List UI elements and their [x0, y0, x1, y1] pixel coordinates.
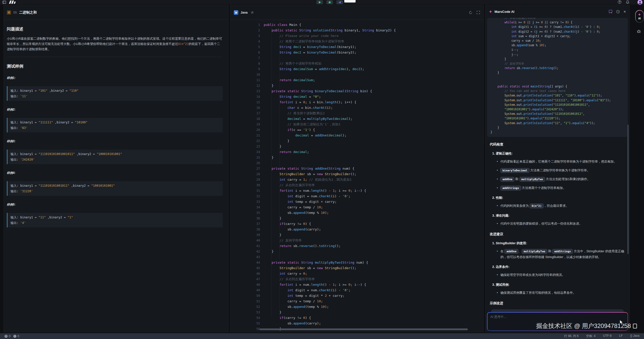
eol-setting[interactable]: LF — [619, 334, 623, 338]
debug-button[interactable] — [326, 0, 333, 4]
code-line[interactable]: 32 int digit = num.charAt(i) - '0'; — [230, 193, 483, 199]
language-switch-icon[interactable] — [251, 11, 254, 14]
reset-code-icon[interactable] — [469, 11, 472, 14]
sidebar-toggle-icon[interactable] — [3, 1, 6, 4]
code-line[interactable]: 18 decimal = multiplyByTwo(decimal); — [230, 116, 483, 122]
line-number: 22 — [230, 138, 260, 144]
code-line[interactable]: 7 — [230, 55, 483, 61]
ai-code-line: // 从右到左遍历字符串 — [490, 18, 624, 20]
code-line[interactable]: 25 } — [230, 155, 483, 160]
ai-assistant-pill[interactable]: AI — [635, 10, 644, 23]
code-line[interactable]: 44 private static String multiplyByTwo(S… — [230, 260, 483, 265]
problem-title: 二进制之和 — [19, 10, 37, 15]
submit-button[interactable] — [336, 0, 343, 4]
ai-bullet: •代码的时间复杂度为 O(n^2)，符合题目要求。 — [490, 203, 625, 209]
code-line[interactable]: 34 carry = temp / 10; — [230, 205, 483, 210]
code-line[interactable]: 11 return decimalSum; — [230, 77, 483, 83]
close-icon[interactable]: ✕ — [623, 10, 626, 14]
code-line[interactable]: 6 String dec2 = binaryToDecimal(binary2)… — [230, 50, 483, 55]
code-line[interactable]: 50 int temp = digit * 2 + carry; — [230, 293, 483, 299]
code-line[interactable]: 5 String dec1 = binaryToDecimal(binary1)… — [230, 44, 483, 50]
code-line[interactable]: 1public class Main { — [230, 22, 483, 28]
code-line[interactable]: 51 carry = temp / 10; — [230, 299, 483, 304]
code-line[interactable]: 31 for(int i = num.length() - 1; i >= 0;… — [230, 188, 483, 193]
line-number: 37 — [230, 221, 260, 227]
code-line[interactable]: 20 if(c == '1') { — [230, 127, 483, 133]
encoding[interactable]: UTF-8 — [603, 334, 612, 338]
code-line[interactable]: 42 } — [230, 249, 483, 254]
sample-label: 样例3: — [7, 139, 223, 143]
code-line[interactable]: 29 int carry = 1; // 初始进位为1，因为是加1 — [230, 177, 483, 182]
run-button[interactable] — [316, 0, 323, 4]
ai-code-line: System.out.println(solution("11101010100… — [490, 103, 624, 107]
ai-vertical-scrollbar[interactable] — [627, 125, 629, 254]
cursor-position[interactable]: 行 88, 列 6 — [564, 334, 579, 338]
code-line[interactable]: 19 // 如果当前二进制位为'1'，则加1 — [230, 122, 483, 127]
marscode-logo-icon[interactable] — [10, 1, 15, 4]
code-line[interactable]: 14 String decimal = "0"; — [230, 94, 483, 100]
debug-rail-icon[interactable] — [637, 29, 641, 33]
indent-setting[interactable]: 空格: 4 — [586, 334, 595, 338]
code-line[interactable]: 40 // 反转字符串 — [230, 238, 483, 243]
code-line[interactable]: 13 private static String binaryToDecimal… — [230, 88, 483, 94]
notifications-bell-icon[interactable] — [626, 0, 629, 4]
code-line[interactable]: 2 public static String solution(String b… — [230, 28, 483, 33]
code-line[interactable]: 3 // Please write your code here — [230, 33, 483, 39]
code-line[interactable]: 17 // 将当前十进制数乘以2 — [230, 111, 483, 116]
code-line[interactable]: 48 for(int i = num.length() - 1; i >= 0;… — [230, 282, 483, 287]
code-line[interactable]: 47 // 从右到左遍历字符串 — [230, 276, 483, 282]
history-icon[interactable] — [616, 10, 620, 14]
code-line[interactable]: 16 char c = bin.charAt(i); — [230, 105, 483, 111]
ai-list-item-title: 2. 性能: — [490, 196, 625, 200]
new-chat-icon[interactable] — [609, 10, 613, 14]
code-line[interactable]: 41 return sb.reverse().toString(); — [230, 243, 483, 249]
ai-code-line: // You can add more test cases here — [490, 89, 624, 93]
code-area[interactable]: 1public class Main {2 public static Stri… — [230, 20, 483, 332]
code-line[interactable]: 46 int carry = 0; — [230, 271, 483, 276]
code-line[interactable]: 53 } — [230, 310, 483, 315]
code-line[interactable]: 8 // 将两个十进制字符串相加 — [230, 61, 483, 66]
code-line[interactable]: 36 } — [230, 216, 483, 221]
watermark-box-glyph — [633, 324, 637, 328]
code-line[interactable]: 22 } — [230, 138, 483, 144]
marscode-ai-panel: MarsCode AI ✕ // 从右到左遍历字符串 while(i >= 0 … — [485, 5, 630, 332]
tab-java[interactable]: Java — [241, 11, 248, 14]
ai-chat-scroll[interactable]: // 从右到左遍历字符串 while(i >= 0 || j >= 0 || c… — [485, 18, 629, 332]
help-icon[interactable]: ? — [618, 0, 621, 4]
ai-list-item-title: 1. StringBuilder 的使用: — [490, 241, 625, 246]
code-line[interactable]: 10 — [230, 72, 483, 77]
avatar[interactable] — [637, 0, 642, 5]
code-line[interactable]: 33 int temp = digit + carry; — [230, 199, 483, 205]
code-line[interactable]: 27 private static String addOne(String n… — [230, 166, 483, 171]
code-line[interactable]: 39 } — [230, 232, 483, 238]
code-line[interactable]: 52 sb.append(temp % 10); — [230, 304, 483, 310]
ai-input-placeholder: AI 思考中... — [490, 315, 506, 319]
code-line[interactable]: 15 for(int i = 0; i < bin.length(); i++)… — [230, 100, 483, 105]
language-mode[interactable]: {} Java — [630, 334, 639, 338]
code-line[interactable]: 43 — [230, 254, 483, 260]
line-number: 31 — [230, 188, 260, 193]
warnings-icon[interactable]: ! — [13, 335, 16, 338]
ai-code-line: } — [490, 130, 624, 134]
code-line[interactable]: 23 } — [230, 144, 483, 149]
code-line[interactable]: 35 sb.append(temp % 10); — [230, 210, 483, 216]
errors-icon[interactable]: ✕ — [5, 335, 8, 338]
code-line[interactable]: 49 int digit = num.charAt(i) - '0'; — [230, 287, 483, 293]
code-line[interactable]: 21 decimal = addOne(decimal); — [230, 133, 483, 138]
ai-code-line: int sum = digit1 + digit2 + carry; — [490, 34, 624, 38]
code-line[interactable]: 26 — [230, 160, 483, 166]
code-line[interactable]: 54 if(carry != 0) { — [230, 315, 483, 321]
horizontal-scrollbar[interactable] — [259, 328, 468, 330]
line-number: 55 — [230, 321, 260, 326]
code-line[interactable]: 30 // 从右到左遍历字符串 — [230, 182, 483, 188]
code-line[interactable]: 4 // 将两个二进制字符串转换为十进制字符串 — [230, 39, 483, 44]
fullscreen-icon[interactable] — [477, 11, 480, 14]
code-line[interactable]: 12 } — [230, 83, 483, 88]
code-line[interactable]: 37 if(carry != 0) { — [230, 221, 483, 227]
code-line[interactable]: 9 String decimalSum = addStrings(dec1, d… — [230, 66, 483, 72]
code-line[interactable]: 55 sb.append(carry); — [230, 321, 483, 326]
code-line[interactable]: 28 StringBuilder sb = new StringBuilder(… — [230, 171, 483, 177]
code-line[interactable]: 38 sb.append(carry); — [230, 227, 483, 232]
code-line[interactable]: 24 return decimal; — [230, 149, 483, 155]
code-line[interactable]: 45 StringBuilder sb = new StringBuilder(… — [230, 265, 483, 271]
